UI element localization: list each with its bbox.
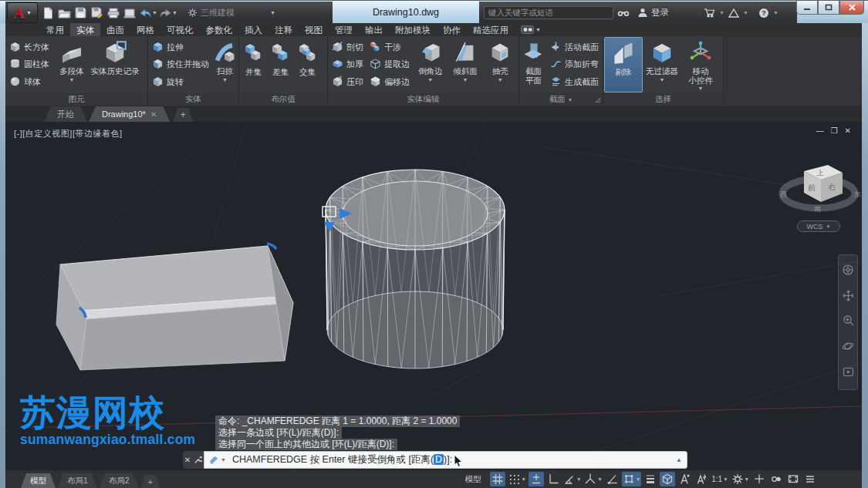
customize-icon[interactable] — [194, 456, 202, 464]
lineweight-toggle[interactable] — [643, 472, 658, 486]
zoom-icon[interactable] — [843, 315, 854, 329]
ribbon-tab-9[interactable]: 视图 — [299, 23, 329, 36]
slice-button[interactable]: 剖切 — [329, 39, 366, 55]
file-tab-2[interactable]: Drawing10*✕ — [89, 106, 170, 122]
sweep-button[interactable]: 扫掠▼ — [212, 37, 238, 93]
isodraft-toggle[interactable]: ▼ — [583, 472, 603, 486]
box-button[interactable]: 长方体 — [7, 39, 52, 55]
chamfer-edge-button[interactable]: 倒角边▼ — [413, 37, 448, 93]
section-plane-button[interactable]: 截面平面 — [520, 37, 547, 93]
snap-toggle[interactable]: ▼ — [507, 472, 526, 486]
sphere-button[interactable]: 球体 — [7, 75, 52, 90]
customize-plus-toggle[interactable] — [751, 472, 767, 486]
osnap-3d-toggle[interactable] — [660, 472, 675, 486]
file-tab-1[interactable]: 开始 — [44, 106, 87, 122]
pan-hand-icon[interactable] — [843, 290, 854, 305]
viewport-close-icon[interactable]: ✕ — [845, 126, 851, 135]
open-icon[interactable] — [56, 5, 73, 21]
interfere-button[interactable]: 干涉 — [367, 39, 412, 55]
maximize-button[interactable] — [818, 1, 839, 15]
layout-tab-3[interactable]: 布局2 — [100, 473, 139, 488]
generate-section-button[interactable]: 生成截面 — [548, 75, 601, 90]
ribbon-tab-8[interactable]: 注释 — [269, 23, 299, 36]
annotation-visibility-toggle[interactable] — [677, 472, 692, 486]
ribbon-tab-13[interactable]: 协作 — [437, 23, 467, 36]
help-icon[interactable]: ? — [758, 8, 769, 19]
search-input[interactable]: 键入关键字或短语 — [484, 6, 613, 19]
layout-tab-1[interactable]: 模型 — [21, 473, 56, 488]
plot-icon[interactable] — [105, 5, 121, 21]
workspace-switcher[interactable]: 三维建模 ▼ — [183, 5, 280, 21]
navigation-bar[interactable] — [838, 254, 858, 390]
viewport-controls-label[interactable]: [-][自定义视图][带边缘着色] — [14, 128, 123, 140]
close-button[interactable] — [839, 1, 864, 15]
ribbon-tab-5[interactable]: 可视化 — [160, 23, 200, 36]
new-tab-button[interactable]: + — [173, 108, 193, 122]
ribbon-tab-14[interactable]: 精选应用 — [467, 23, 515, 36]
presspull-button[interactable]: 按住并拖动 — [150, 57, 211, 72]
grid-toggle[interactable] — [490, 472, 505, 486]
new-icon[interactable] — [40, 5, 56, 21]
isolate-objects-toggle[interactable] — [768, 472, 784, 486]
offset-edge-button[interactable]: 偏移边 — [367, 75, 412, 90]
signin-label[interactable]: 登录 — [651, 7, 669, 19]
ribbon-tab-10[interactable]: 管理 — [329, 23, 359, 36]
save-as-icon[interactable] — [89, 5, 105, 21]
no-filter-button[interactable]: 无过滤器▼ — [643, 37, 681, 93]
command-input[interactable]: ▼ CHAMFEREDGE 按 Enter 键接受倒角或 [距离(D)]: ▲ — [204, 451, 687, 469]
solid-history-button[interactable]: 实体历史记录 — [91, 37, 139, 93]
polysolid-button[interactable]: 多段体▼ — [52, 37, 91, 93]
ribbon-tab-3[interactable]: 曲面 — [100, 23, 130, 36]
union-button[interactable]: 并集 — [240, 37, 267, 93]
redo-icon[interactable] — [157, 5, 174, 21]
ortho-toggle[interactable] — [545, 472, 561, 486]
extract-edges-button[interactable]: 提取边 — [367, 57, 412, 72]
viewport-minimize-icon[interactable]: — — [816, 126, 824, 135]
workspace-gear-toggle[interactable]: ▼ — [731, 472, 750, 486]
steering-wheel-icon[interactable] — [842, 264, 854, 279]
menu-toggle[interactable] — [802, 472, 818, 486]
ribbon-tab-11[interactable]: 输出 — [359, 23, 389, 36]
show-motion-icon[interactable] — [843, 366, 854, 381]
cylinder-button[interactable]: 圆柱体 — [7, 57, 52, 72]
save-icon[interactable] — [73, 5, 89, 21]
live-section-button[interactable]: 活动截面 — [548, 39, 601, 55]
ribbon-tab-1[interactable]: 常用 — [40, 23, 70, 36]
add-jog-button[interactable]: 添加折弯 — [548, 57, 601, 72]
extrude-button[interactable]: 拉伸 — [150, 39, 211, 55]
imprint-button[interactable]: 压印 — [329, 75, 366, 90]
undo-icon[interactable] — [137, 5, 154, 21]
close-tab-icon[interactable]: ✕ — [150, 110, 157, 119]
object-snap-toggle[interactable]: ▼ — [622, 472, 641, 486]
dynamic-input-toggle[interactable] — [529, 472, 544, 486]
revolve-button[interactable]: 旋转 — [150, 75, 211, 90]
minimize-button[interactable] — [796, 1, 818, 15]
intersect-button[interactable]: 交集 — [294, 37, 321, 93]
polar-tracking-toggle[interactable]: ▼ — [562, 472, 582, 486]
a360-icon[interactable] — [728, 8, 739, 18]
thicken-button[interactable]: 加厚 — [329, 57, 366, 72]
print-icon[interactable] — [121, 5, 137, 21]
new-layout-button[interactable]: + — [141, 475, 160, 488]
cart-icon[interactable] — [704, 8, 715, 18]
viewport-restore-icon[interactable]: ❐ — [831, 126, 838, 135]
subtract-button[interactable]: 差集 — [267, 37, 294, 93]
layout-tab-2[interactable]: 布局1 — [58, 473, 97, 488]
wcs-dropdown[interactable]: WCS▼ — [797, 220, 840, 232]
ribbon-tab-12[interactable]: 附加模块 — [389, 23, 437, 36]
command-line-handle[interactable]: ✕ — [183, 451, 204, 469]
model-space-button[interactable]: 模型 — [460, 474, 485, 485]
move-gizmo-button[interactable]: 移动小控件▼ — [681, 37, 720, 93]
ribbon-tab-7[interactable]: 插入 — [238, 23, 269, 36]
search-icon[interactable] — [617, 8, 630, 18]
annotation-autoscale-toggle[interactable] — [694, 472, 709, 486]
drawing-viewport[interactable]: [-][自定义视图][带边缘着色] — ❐ ✕ 西 南 东 上 前 右 WCS▼… — [5, 122, 862, 470]
app-menu-button[interactable]: A▼ — [7, 2, 38, 23]
shell-button[interactable]: 抽壳▼ — [483, 37, 518, 93]
cull-button[interactable]: 剔除 — [604, 37, 643, 93]
user-icon[interactable] — [638, 8, 647, 18]
orbit-icon[interactable] — [842, 340, 854, 355]
ribbon-tab-2[interactable]: 实体 — [70, 23, 100, 36]
annotation-scale-toggle[interactable]: 1:1▼ — [711, 472, 728, 486]
taper-face-button[interactable]: 倾斜面▼ — [448, 37, 482, 93]
